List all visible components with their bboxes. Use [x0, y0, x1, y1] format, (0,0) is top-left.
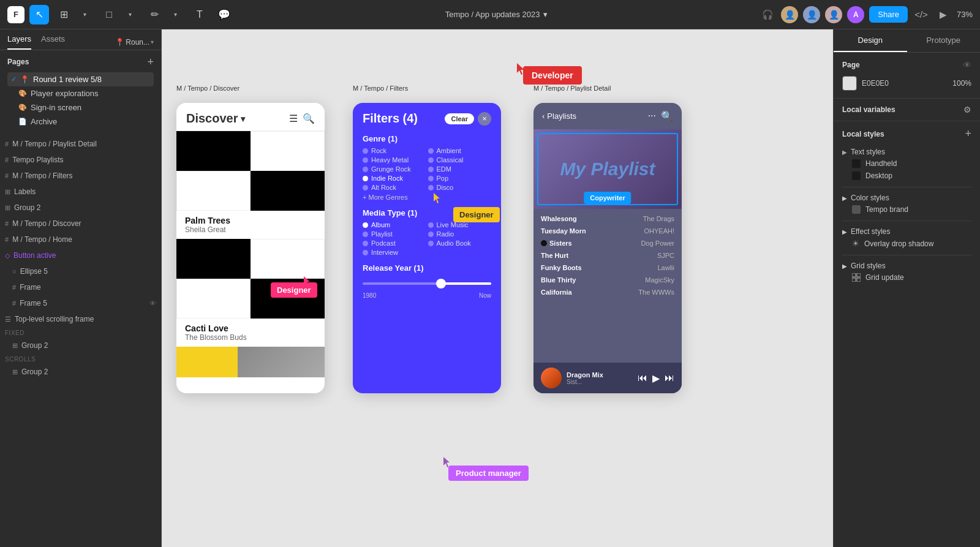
page-item-archive[interactable]: 📄 Archive: [7, 115, 154, 129]
pen-tool[interactable]: ✏: [145, 5, 164, 25]
layer-top-scroll[interactable]: ☰ Top-level scrolling frame: [0, 311, 161, 327]
canvas[interactable]: Developer M / Tempo / Discover Discover …: [162, 29, 833, 547]
avatar-self[interactable]: A: [847, 6, 864, 23]
page-item-player[interactable]: 🎨 Player explorations: [7, 86, 154, 100]
effect-styles-toggle[interactable]: ▶ Effect styles: [842, 226, 971, 237]
shape-tool-dropdown[interactable]: ▾: [120, 5, 140, 25]
playlist-back[interactable]: ‹ Playlists: [542, 111, 576, 121]
pen-tool-dropdown[interactable]: ▾: [165, 5, 185, 25]
track-name: The Hurt: [541, 252, 568, 259]
layer-filters[interactable]: # M / Tempo / Filters: [0, 168, 161, 184]
color-styles-toggle[interactable]: ▶ Color styles: [842, 192, 971, 203]
layer-scrolls-group2[interactable]: ⊞ Group 2: [0, 364, 161, 380]
text-tool[interactable]: T: [190, 5, 209, 25]
grid-styles-subsection: ▶ Grid styles Grid update: [842, 255, 971, 284]
chevron-right-icon: ▶: [842, 149, 847, 156]
layer-label: M / Tempo / Filters: [12, 172, 72, 180]
frame-tool-dropdown[interactable]: ▾: [75, 5, 94, 25]
headphones-icon[interactable]: 🎧: [759, 6, 776, 23]
tab-prototype[interactable]: Prototype: [907, 29, 981, 52]
radio-dot: [428, 157, 434, 163]
comment-tool[interactable]: 💬: [214, 5, 234, 25]
color-style-tempo[interactable]: Tempo brand: [842, 203, 971, 216]
add-page-button[interactable]: +: [147, 56, 154, 67]
slider-thumb[interactable]: [436, 279, 446, 289]
move-tool[interactable]: ↖: [29, 5, 49, 25]
chevron-right-icon: ▶: [842, 228, 847, 235]
add-style-button[interactable]: +: [965, 127, 971, 140]
grid-styles-toggle[interactable]: ▶ Grid styles: [842, 260, 971, 271]
frame-tool[interactable]: ⊞: [54, 5, 74, 25]
figma-logo[interactable]: F: [7, 6, 24, 23]
filter-icon[interactable]: ☰: [289, 113, 298, 124]
file-title[interactable]: Tempo / App updates 2023 ▾: [239, 10, 754, 19]
layer-frame5[interactable]: # Frame 5 👁: [0, 295, 161, 311]
page-item-round1[interactable]: ✓ 📍 Round 1 review 5/8: [7, 72, 154, 86]
text-styles-toggle[interactable]: ▶ Text styles: [842, 146, 971, 157]
layer-labels[interactable]: ⊞ Labels: [0, 184, 161, 200]
avatar-3[interactable]: 👤: [825, 6, 842, 23]
track-item: Blue Thirty MagicSky: [541, 274, 674, 286]
breadcrumb[interactable]: 📍 Roun... ▾: [115, 38, 154, 47]
effect-style-overlay[interactable]: ☀ Overlay drop shadow: [842, 237, 971, 250]
layer-label: Labels: [14, 187, 36, 196]
layer-playlist-detail[interactable]: # M / Tempo / Playlist Detail: [0, 136, 161, 152]
layer-home[interactable]: # M / Tempo / Home: [0, 232, 161, 247]
frame-icon: #: [12, 284, 16, 291]
play-icon[interactable]: ▶: [935, 6, 952, 23]
tab-design[interactable]: Design: [834, 29, 907, 52]
style-icon-dark: [852, 172, 861, 180]
code-icon[interactable]: </>: [913, 6, 930, 23]
close-button[interactable]: ×: [478, 112, 491, 126]
play-button[interactable]: ▶: [652, 372, 660, 384]
layer-button-active[interactable]: ◇ Button active: [0, 247, 161, 263]
shape-tool[interactable]: □: [99, 5, 119, 25]
layer-discover[interactable]: # M / Tempo / Discover: [0, 216, 161, 232]
layer-frame[interactable]: # Frame: [0, 279, 161, 295]
layer-group2[interactable]: ⊞ Group 2: [0, 200, 161, 216]
grid-style-update[interactable]: Grid update: [842, 271, 971, 284]
fastforward-button[interactable]: ⏭: [665, 372, 674, 384]
filters-phone: Filters (4) Clear × Genre (1) Rock Ambi: [353, 103, 501, 393]
radio-dot-selected: [363, 222, 368, 228]
filters-year-section: Release Year (1) 1980 Now: [353, 260, 501, 306]
layer-playlists[interactable]: # Tempo Playlists: [0, 152, 161, 168]
zoom-level[interactable]: 73%: [957, 10, 973, 19]
radio-dot: [428, 176, 434, 181]
text-style-desktop[interactable]: Desktop: [842, 170, 971, 182]
clear-button[interactable]: Clear: [445, 113, 474, 124]
frame3-label: M / Tempo / Playlist Detail: [533, 85, 682, 92]
layer-ellipse5[interactable]: ○ Ellipse 5: [0, 263, 161, 279]
style-icon: [852, 205, 861, 214]
local-styles-header: Local styles +: [842, 127, 971, 140]
radio-dot: [363, 185, 368, 191]
page-icon: 📍: [20, 75, 29, 84]
avatar-1[interactable]: 👤: [781, 6, 798, 23]
tab-layers[interactable]: Layers: [7, 34, 31, 50]
page-visibility-icon[interactable]: 👁: [963, 60, 971, 70]
radio-dot: [363, 232, 368, 237]
cursor-pink: [304, 276, 312, 290]
more-icon[interactable]: ···: [648, 110, 656, 122]
page-item-signin[interactable]: 🎨 Sign-in screen: [7, 100, 154, 115]
page-color-swatch[interactable]: [842, 76, 857, 91]
visibility-icon: 👁: [149, 300, 156, 307]
page-label: Sign-in screen: [31, 103, 81, 112]
text-style-handheld[interactable]: Handheld: [842, 157, 971, 170]
rewind-button[interactable]: ⏮: [638, 372, 647, 384]
discover-checkerboard2: [176, 239, 325, 319]
frame2-label: M / Tempo / Filters: [353, 85, 501, 92]
page-section-title: Page: [842, 61, 860, 69]
genre-grunge: Grunge Rock: [363, 165, 426, 173]
search-icon[interactable]: 🔍: [303, 113, 315, 124]
avatar-2[interactable]: 👤: [803, 6, 820, 23]
track-item: Whalesong The Drags: [541, 213, 674, 225]
layer-fixed-group2[interactable]: ⊞ Group 2: [0, 338, 161, 353]
search-icon[interactable]: 🔍: [661, 110, 673, 122]
tab-assets[interactable]: Assets: [41, 34, 65, 50]
share-button[interactable]: Share: [869, 6, 908, 23]
playlist-header-icons: ··· 🔍: [648, 110, 673, 122]
local-variables-settings[interactable]: ⚙: [963, 105, 971, 115]
more-genres[interactable]: + More Genres: [363, 194, 491, 201]
filters-header-btns: Clear ×: [445, 112, 491, 126]
